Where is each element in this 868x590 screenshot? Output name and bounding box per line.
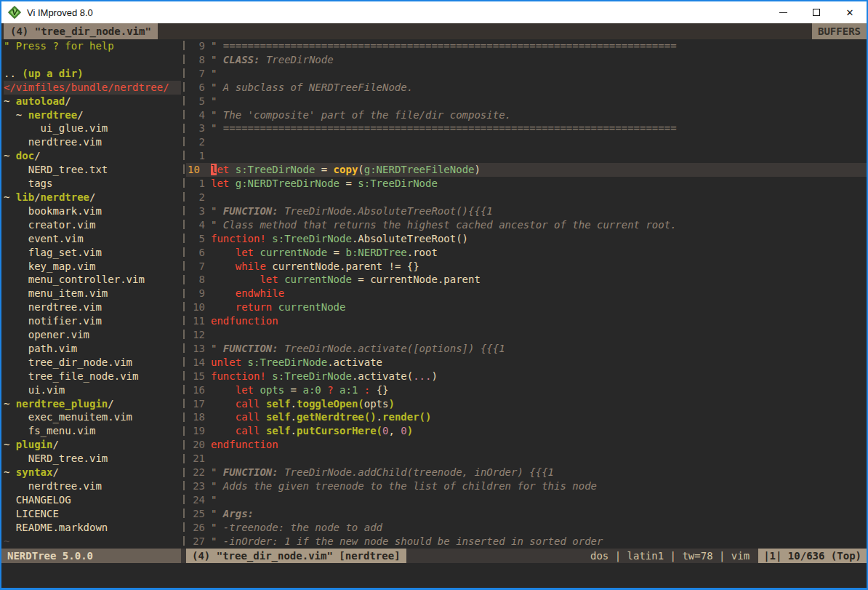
- tree-item[interactable]: nerdtree.vim: [4, 300, 181, 314]
- buffers-tab[interactable]: BUFFERS: [812, 23, 867, 39]
- code-line[interactable]: 11endfunction: [186, 314, 867, 328]
- tree-item[interactable]: LICENCE: [4, 507, 181, 521]
- tree-item[interactable]: opener.vim: [4, 328, 181, 342]
- code-line[interactable]: 23" Adds the given treenode to the list …: [186, 479, 867, 493]
- nerdtree-statusline: NERDTree 5.0.0: [1, 549, 181, 563]
- tree-item[interactable]: ~ doc/: [4, 149, 181, 163]
- minimize-button[interactable]: [766, 1, 800, 23]
- line-number: 9: [186, 287, 211, 300]
- tree-item[interactable]: fs_menu.vim: [4, 424, 181, 438]
- code-line[interactable]: 14unlet s:TreeDirNode.activate: [186, 356, 867, 370]
- code-line-text: " A subclass of NERDTreeFileNode.: [211, 81, 413, 95]
- code-line[interactable]: 10let s:TreeDirNode = copy(g:NERDTreeFil…: [186, 163, 867, 177]
- code-line[interactable]: 12: [186, 328, 867, 342]
- tree-item[interactable]: ~ nerdtree/: [4, 108, 181, 122]
- maximize-button[interactable]: [800, 1, 833, 23]
- tree-item[interactable]: ~ nerdtree_plugin/: [4, 397, 181, 411]
- tree-item[interactable]: .. (up a dir): [4, 67, 181, 81]
- code-line[interactable]: 17 call self.toggleOpen(opts): [186, 397, 867, 411]
- code-line[interactable]: 1: [186, 149, 867, 163]
- tree-item[interactable]: notifier.vim: [4, 314, 181, 328]
- tab-tree-dir-node[interactable]: (4) "tree_dir_node.vim": [4, 23, 158, 39]
- code-line[interactable]: 9 endwhile: [186, 287, 867, 300]
- code-line[interactable]: 8" CLASS: TreeDirNode: [186, 53, 867, 67]
- code-line[interactable]: 6" A subclass of NERDTreeFileNode.: [186, 81, 867, 95]
- tree-item[interactable]: ~ syntax/: [4, 466, 181, 479]
- code-line[interactable]: 2: [186, 135, 867, 149]
- tree-item[interactable]: ui_glue.vim: [4, 121, 181, 135]
- tree-item-text: ~ nerdtree_plugin/: [4, 397, 114, 411]
- vim-icon: [8, 6, 21, 19]
- statusline-gap: [181, 549, 186, 563]
- tree-item[interactable]: creator.vim: [4, 218, 181, 232]
- tree-item[interactable]: menu_item.vim: [4, 287, 181, 300]
- code-line[interactable]: 6 let currentNode = b:NERDTree.root: [186, 246, 867, 260]
- tree-item[interactable]: </vimfiles/bundle/nerdtree/: [4, 81, 181, 95]
- tree-item[interactable]: ~ lib/nerdtree/: [4, 191, 181, 204]
- tree-item-text: nerdtree.vim: [4, 479, 102, 493]
- tree-item-text: flag_set.vim: [4, 246, 102, 260]
- close-button[interactable]: ✕: [833, 1, 867, 23]
- code-line[interactable]: 3" =====================================…: [186, 121, 867, 135]
- code-line[interactable]: 4" Class method that returns the highest…: [186, 218, 867, 232]
- tree-item[interactable]: path.vim: [4, 342, 181, 356]
- code-line[interactable]: 19 call self.putCursorHere(0, 0): [186, 424, 867, 438]
- tree-item[interactable]: ui.vim: [4, 383, 181, 397]
- code-line[interactable]: 22" FUNCTION: TreeDirNode.addChild(treen…: [186, 466, 867, 479]
- main-area: " Press ? for help.. (up a dir)</vimfile…: [1, 39, 867, 549]
- line-number: 6: [186, 246, 211, 260]
- code-line[interactable]: 16 let opts = a:0 ? a:1 : {}: [186, 383, 867, 397]
- editor-pane: 9" =====================================…: [186, 39, 867, 549]
- tree-item-text: opener.vim: [4, 328, 89, 342]
- code-line[interactable]: 26" -treenode: the node to add: [186, 521, 867, 535]
- tree-item[interactable]: ~ plugin/: [4, 438, 181, 452]
- tree-item[interactable]: nerdtree.vim: [4, 135, 181, 149]
- tree-item[interactable]: nerdtree.vim: [4, 479, 181, 493]
- tree-item[interactable]: NERD_tree.vim: [4, 452, 181, 466]
- code-line[interactable]: 1let g:NERDTreeDirNode = s:TreeDirNode: [186, 177, 867, 191]
- code-line[interactable]: 25" Args:: [186, 507, 867, 521]
- window-separator[interactable]: [181, 39, 186, 549]
- tree-item[interactable]: event.vim: [4, 232, 181, 246]
- tree-item[interactable]: menu_controller.vim: [4, 273, 181, 287]
- line-number: 13: [186, 342, 211, 356]
- tree-item-text: fs_menu.vim: [4, 424, 95, 438]
- code-line[interactable]: 10 return currentNode: [186, 300, 867, 314]
- tree-item[interactable]: " Press ? for help: [4, 39, 181, 53]
- code-line[interactable]: 3" FUNCTION: TreeDirNode.AbsoluteTreeRoo…: [186, 204, 867, 218]
- tree-item[interactable]: bookmark.vim: [4, 204, 181, 218]
- code-line[interactable]: 8 let currentNode = currentNode.parent: [186, 273, 867, 287]
- tree-item-text: key_map.vim: [4, 260, 95, 274]
- tree-item[interactable]: [4, 53, 181, 67]
- code-line[interactable]: 9" =====================================…: [186, 39, 867, 53]
- tree-item[interactable]: ~: [4, 535, 181, 549]
- tree-item[interactable]: exec_menuitem.vim: [4, 410, 181, 424]
- code-line[interactable]: 7 while currentNode.parent != {}: [186, 260, 867, 274]
- code-line[interactable]: 7": [186, 67, 867, 81]
- tree-item[interactable]: tree_file_node.vim: [4, 370, 181, 383]
- code-line[interactable]: 13" FUNCTION: TreeDirNode.activate([opti…: [186, 342, 867, 356]
- line-number: 19: [186, 424, 211, 438]
- code-line[interactable]: 15function! s:TreeDirNode.activate(...): [186, 370, 867, 383]
- tree-item[interactable]: NERD_tree.txt: [4, 163, 181, 177]
- tree-item[interactable]: ~ autoload/: [4, 95, 181, 108]
- tree-item[interactable]: key_map.vim: [4, 260, 181, 274]
- code-line[interactable]: 21: [186, 452, 867, 466]
- code-line[interactable]: 5": [186, 95, 867, 108]
- line-number: 10: [186, 163, 211, 177]
- tree-item[interactable]: CHANGELOG: [4, 493, 181, 507]
- code-line[interactable]: 18 call self.getNerdtree().render(): [186, 410, 867, 424]
- tree-item[interactable]: README.markdown: [4, 521, 181, 535]
- code-line[interactable]: 27" -inOrder: 1 if the new node should b…: [186, 535, 867, 549]
- code-line[interactable]: 20endfunction: [186, 438, 867, 452]
- tree-item[interactable]: tags: [4, 177, 181, 191]
- line-number: 3: [186, 121, 211, 135]
- code-line[interactable]: 4" The 'composite' part of the file/dir …: [186, 108, 867, 122]
- code-line[interactable]: 24": [186, 493, 867, 507]
- tree-item[interactable]: flag_set.vim: [4, 246, 181, 260]
- command-line[interactable]: [1, 563, 867, 588]
- code-line[interactable]: 2: [186, 191, 867, 204]
- line-number: 16: [186, 383, 211, 397]
- code-line[interactable]: 5function! s:TreeDirNode.AbsoluteTreeRoo…: [186, 232, 867, 246]
- tree-item[interactable]: tree_dir_node.vim: [4, 356, 181, 370]
